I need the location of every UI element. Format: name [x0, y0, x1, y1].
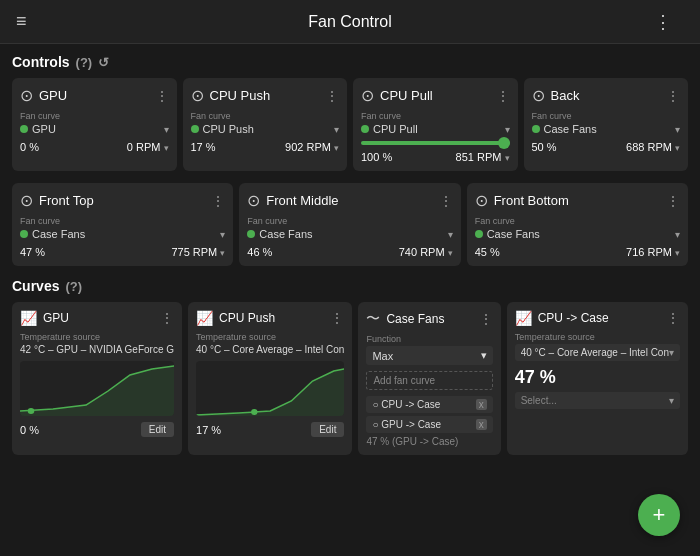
- fan-rpm-dropdown-icon: ▾: [164, 143, 169, 153]
- fan-name: Back: [551, 88, 580, 103]
- fan-rpm-group: 716 RPM ▾: [626, 246, 680, 258]
- controls-refresh-icon[interactable]: ↺: [98, 55, 109, 70]
- fan-status-dot: [20, 125, 28, 133]
- fan-rpm: 688 RPM: [626, 141, 672, 153]
- temp-source-label: Temperature source: [515, 332, 680, 342]
- curve-footer: 17 % Edit: [196, 422, 344, 437]
- fan-more-icon[interactable]: ⋮: [155, 88, 169, 104]
- fan-curve-selector[interactable]: Case Fans ▾: [247, 228, 452, 240]
- curve-dropdown[interactable]: Select... ▾: [515, 392, 680, 409]
- fan-rpm-group: 688 RPM ▾: [626, 141, 680, 153]
- fan-status-dot: [191, 125, 199, 133]
- fan-curve-selector[interactable]: Case Fans ▾: [475, 228, 680, 240]
- fan-percent: 0 %: [20, 141, 39, 153]
- fan-more-icon[interactable]: ⋮: [211, 193, 225, 209]
- fan-curve-dropdown-icon: ▾: [505, 124, 510, 135]
- curve-icon: 〜: [366, 310, 380, 328]
- curve-card-gpu: 📈 GPU ⋮ Temperature source 42 °C – GPU –…: [12, 302, 182, 455]
- fan-curve-name: CPU Pull: [373, 123, 501, 135]
- fan-curve-selector[interactable]: Case Fans ▾: [20, 228, 225, 240]
- fan-name: GPU: [39, 88, 67, 103]
- curve-more-icon[interactable]: ⋮: [160, 310, 174, 326]
- more-icon[interactable]: ⋮: [654, 11, 684, 33]
- fan-card-header: ⊙ Front Middle ⋮: [247, 191, 452, 210]
- fan-rpm-dropdown-icon: ▾: [505, 153, 510, 163]
- fan-card-cpu-push: ⊙ CPU Push ⋮ Fan curve CPU Push ▾ 17 % 9…: [183, 78, 348, 171]
- fan-card-back: ⊙ Back ⋮ Fan curve Case Fans ▾ 50 % 688 …: [524, 78, 689, 171]
- fan-slider-row: [361, 141, 510, 145]
- fan-more-icon[interactable]: ⋮: [325, 88, 339, 104]
- fan-curve-selector[interactable]: CPU Pull ▾: [361, 123, 510, 135]
- fan-rpm-dropdown-icon: ▾: [334, 143, 339, 153]
- curve-name: CPU -> Case: [538, 311, 609, 325]
- curve-card-case_fans: 〜 Case Fans ⋮ Function Max ▾ Add fan cur…: [358, 302, 500, 455]
- fan-card-header: ⊙ CPU Push ⋮: [191, 86, 340, 105]
- curve-dropdown-icon: ▾: [669, 395, 674, 406]
- fan-card-cpu-pull: ⊙ CPU Pull ⋮ Fan curve CPU Pull ▾ 100 % …: [353, 78, 518, 171]
- fan-percent: 17 %: [191, 141, 216, 153]
- fan-stats: 50 % 688 RPM ▾: [532, 141, 681, 153]
- temp-source-selector[interactable]: 40 °C – Core Average – Intel Con ▾: [515, 344, 680, 361]
- fan-percent: 47 %: [20, 246, 45, 258]
- fan-card-front-top: ⊙ Front Top ⋮ Fan curve Case Fans ▾ 47 %…: [12, 183, 233, 266]
- curve-icon: 📈: [20, 310, 37, 326]
- fan-speed-slider[interactable]: [361, 141, 510, 145]
- fan-more-icon[interactable]: ⋮: [666, 193, 680, 209]
- curve-icon: 📈: [196, 310, 213, 326]
- add-fan-curve-btn[interactable]: Add fan curve: [366, 371, 492, 390]
- curve-more-icon[interactable]: ⋮: [330, 310, 344, 326]
- fan-card-header: ⊙ Front Bottom ⋮: [475, 191, 680, 210]
- fan-stats: 46 % 740 RPM ▾: [247, 246, 452, 258]
- edit-btn[interactable]: Edit: [311, 422, 344, 437]
- function-value[interactable]: Max ▾: [366, 346, 492, 365]
- fan-stats: 45 % 716 RPM ▾: [475, 246, 680, 258]
- fan-more-icon[interactable]: ⋮: [496, 88, 510, 104]
- fan-curve-label: Fan curve: [191, 111, 340, 121]
- fan-status-dot: [247, 230, 255, 238]
- fan-status-dot: [20, 230, 28, 238]
- curve-more-icon[interactable]: ⋮: [666, 310, 680, 326]
- temp-source-label: Temperature source: [20, 332, 174, 342]
- fan-icon: ⊙: [532, 86, 545, 105]
- hamburger-icon[interactable]: ≡: [16, 11, 46, 32]
- fan-name: Front Middle: [266, 193, 338, 208]
- page-title: Fan Control: [46, 13, 654, 31]
- fan-rpm-group: 740 RPM ▾: [399, 246, 453, 258]
- curve-name: CPU Push: [219, 311, 275, 325]
- curve-icon: 📈: [515, 310, 532, 326]
- curve-percent: 47 %: [515, 367, 680, 388]
- remove-source-btn[interactable]: x: [476, 419, 487, 430]
- curve-name: GPU: [43, 311, 69, 325]
- fan-icon: ⊙: [475, 191, 488, 210]
- function-dropdown-icon: ▾: [481, 349, 487, 362]
- fan-curve-selector[interactable]: GPU ▾: [20, 123, 169, 135]
- fan-rpm-group: 851 RPM ▾: [456, 151, 510, 163]
- fan-card-header: ⊙ GPU ⋮: [20, 86, 169, 105]
- header: ≡ Fan Control ⋮: [0, 0, 700, 44]
- curve-more-icon[interactable]: ⋮: [479, 311, 493, 327]
- fan-icon: ⊙: [361, 86, 374, 105]
- fan-icon: ⊙: [20, 86, 33, 105]
- fan-curve-label: Fan curve: [532, 111, 681, 121]
- fan-curve-selector[interactable]: CPU Push ▾: [191, 123, 340, 135]
- fan-curve-name: CPU Push: [203, 123, 331, 135]
- curve-card-header: 📈 GPU ⋮: [20, 310, 174, 326]
- curves-help-icon[interactable]: (?): [65, 279, 82, 294]
- fan-card-header: ⊙ Back ⋮: [532, 86, 681, 105]
- temp-source-label: Temperature source: [196, 332, 344, 342]
- fan-curve-dropdown-icon: ▾: [448, 229, 453, 240]
- fan-name: Front Top: [39, 193, 94, 208]
- remove-source-btn[interactable]: x: [476, 399, 487, 410]
- edit-btn[interactable]: Edit: [141, 422, 174, 437]
- fan-percent: 46 %: [247, 246, 272, 258]
- fan-more-icon[interactable]: ⋮: [439, 193, 453, 209]
- controls-help-icon[interactable]: (?): [76, 55, 93, 70]
- fan-stats: 100 % 851 RPM ▾: [361, 151, 510, 163]
- fan-curve-label: Fan curve: [247, 216, 452, 226]
- add-fab[interactable]: +: [638, 494, 680, 536]
- fan-curve-selector[interactable]: Case Fans ▾: [532, 123, 681, 135]
- temp-source-value: 42 °C – GPU – NVIDIA GeForce G: [20, 344, 174, 355]
- curves-section-header: Curves (?): [12, 278, 688, 294]
- fan-more-icon[interactable]: ⋮: [666, 88, 680, 104]
- fan-percent: 100 %: [361, 151, 392, 163]
